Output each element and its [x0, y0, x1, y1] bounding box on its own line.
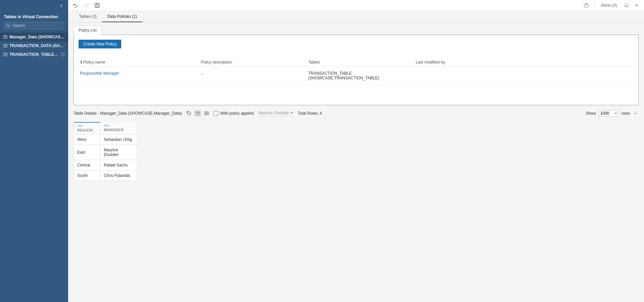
- column-header-region[interactable]: Abc REGION: [74, 122, 100, 134]
- type-badge: Abc: [104, 124, 134, 127]
- table-icon: [3, 44, 7, 47]
- svg-rect-23: [196, 112, 200, 115]
- col-header-policy-desc[interactable]: Policy description: [201, 60, 308, 65]
- cell-manager: Sebastian Uhlig: [100, 135, 137, 145]
- create-new-policy-button[interactable]: Create New Policy: [79, 40, 121, 48]
- main: Alerts (0) Tables (3) Data Policies (1) …: [68, 0, 644, 302]
- svg-rect-2: [4, 36, 7, 39]
- show-label: Show: [586, 111, 596, 116]
- svg-rect-18: [96, 6, 98, 7]
- table-details-title: Table Details - Manager_Data (SHOWCASE.M…: [74, 111, 182, 116]
- table-details-section: Table Details - Manager_Data (SHOWCASE.M…: [68, 105, 644, 302]
- column-header-manager[interactable]: Abc MANAGER: [100, 122, 137, 134]
- undo-icon[interactable]: [73, 3, 78, 8]
- policy-table: Policy name Policy description Tables La…: [79, 58, 634, 85]
- sidebar-title: Tables in Virtual Connection: [0, 11, 68, 22]
- subtab-policy-list[interactable]: Policy List: [74, 26, 102, 35]
- table-details-bar: Table Details - Manager_Data (SHOWCASE.M…: [74, 110, 639, 117]
- data-row[interactable]: East Maurice Doublier: [74, 145, 137, 160]
- grid-view-icon[interactable]: [195, 110, 201, 116]
- save-icon[interactable]: [94, 3, 100, 8]
- sidebar: Tables in Virtual Connection Manager_Dat…: [0, 0, 68, 302]
- help-icon[interactable]: [584, 3, 589, 8]
- col-label: Policy name: [83, 60, 105, 65]
- user-select-dropdown[interactable]: Maurice Doublier: [258, 111, 294, 116]
- sort-asc-icon: [80, 61, 83, 64]
- col-header-tables[interactable]: Tables: [308, 60, 416, 65]
- total-rows-label: Total Rows: 4: [298, 111, 322, 116]
- main-tabs: Tables (3) Data Policies (1): [68, 11, 644, 23]
- type-badge: Abc: [77, 124, 97, 127]
- checkbox-icon[interactable]: [214, 111, 218, 116]
- rows-count-input-wrap[interactable]: [599, 110, 619, 117]
- policy-name-link[interactable]: Responsible Manager: [80, 71, 119, 76]
- cell-manager: Chris Fidanidis: [100, 171, 137, 181]
- alerts-dropdown-icon[interactable]: [634, 3, 639, 8]
- table-icon: [3, 53, 7, 56]
- tables-list: Manager_Data (SHOWCASE.... TRANSACTION_D…: [0, 33, 68, 59]
- data-row[interactable]: South Chris Fidanidis: [74, 171, 137, 181]
- svg-point-21: [586, 6, 587, 7]
- svg-rect-28: [207, 112, 209, 113]
- data-row[interactable]: Central Rafael Sachs: [74, 160, 137, 171]
- sidebar-item-transaction-data[interactable]: TRANSACTION_DATA (SHOW...: [0, 41, 68, 50]
- rows-control: Show rows: [586, 110, 639, 117]
- redo-icon: [84, 3, 89, 8]
- svg-rect-30: [207, 114, 209, 115]
- schema-view-icon[interactable]: [203, 110, 210, 116]
- refresh-arrow-icon[interactable]: [614, 112, 617, 115]
- sidebar-item-manager-data[interactable]: Manager_Data (SHOWCASE....: [0, 33, 68, 41]
- with-policy-applied-toggle[interactable]: With policy applied: [214, 111, 254, 116]
- policies-section: Policy List Create New Policy Policy nam…: [68, 23, 644, 105]
- cell-region: West: [74, 135, 100, 145]
- svg-point-16: [62, 53, 63, 54]
- with-policy-label: With policy applied: [220, 111, 254, 116]
- col-header-policy-name[interactable]: Policy name: [80, 60, 201, 65]
- tag-icon[interactable]: [186, 110, 192, 116]
- svg-line-1: [9, 26, 10, 27]
- svg-rect-6: [4, 44, 7, 47]
- data-grid: Abc REGION Abc MANAGER: [74, 122, 639, 181]
- table-icon: [3, 35, 7, 39]
- cell-region: South: [74, 171, 100, 181]
- svg-rect-29: [204, 114, 206, 115]
- svg-rect-19: [96, 3, 98, 4]
- policy-tables-cell: TRANSACTION_TABLE (SHOWCASE.TRANSACTION_…: [308, 71, 416, 80]
- expand-icon[interactable]: [633, 110, 639, 116]
- svg-rect-10: [4, 53, 7, 56]
- policy-pane: Create New Policy Policy name Policy des…: [74, 35, 639, 105]
- alerts-link[interactable]: Alerts (0): [599, 3, 619, 8]
- toolbar: Alerts (0): [68, 0, 644, 11]
- sidebar-item-label: TRANSACTION_TABLE (S...: [9, 52, 59, 57]
- collapse-sidebar-icon[interactable]: [59, 3, 64, 8]
- sidebar-item-transaction-table[interactable]: TRANSACTION_TABLE (S...: [0, 50, 68, 59]
- cell-manager: Rafael Sachs: [100, 160, 137, 171]
- toolbar-divider: [594, 2, 594, 9]
- search-input-wrap[interactable]: [4, 22, 64, 29]
- search-input[interactable]: [12, 23, 63, 28]
- sidebar-item-label: TRANSACTION_DATA (SHOW...: [9, 43, 65, 48]
- svg-rect-27: [204, 112, 206, 113]
- bell-icon[interactable]: [624, 3, 629, 8]
- policy-table-header: Policy name Policy description Tables La…: [79, 58, 634, 67]
- cell-region: East: [74, 145, 100, 160]
- sidebar-collapse-bar: [0, 0, 68, 11]
- tab-data-policies[interactable]: Data Policies (1): [102, 11, 142, 22]
- column-name: MANAGER: [104, 128, 134, 132]
- policy-desc-cell: ...: [201, 71, 308, 80]
- search-icon: [6, 24, 10, 28]
- cell-region: Central: [74, 160, 100, 171]
- svg-rect-17: [95, 3, 99, 7]
- rows-count-input[interactable]: [600, 111, 611, 116]
- col-header-modified[interactable]: Last modified by: [416, 60, 632, 65]
- user-select-value: Maurice Doublier: [259, 111, 289, 115]
- cell-manager: Maurice Doublier: [100, 145, 137, 160]
- tab-tables[interactable]: Tables (3): [74, 11, 102, 22]
- data-row[interactable]: West Sebastian Uhlig: [74, 135, 137, 145]
- policy-row[interactable]: Responsible Manager ... TRANSACTION_TABL…: [79, 67, 634, 85]
- info-icon[interactable]: [61, 52, 65, 56]
- column-name: REGION: [77, 128, 97, 132]
- rows-suffix-label: rows: [622, 111, 630, 116]
- svg-point-22: [187, 112, 188, 113]
- policy-modified-cell: [416, 71, 632, 80]
